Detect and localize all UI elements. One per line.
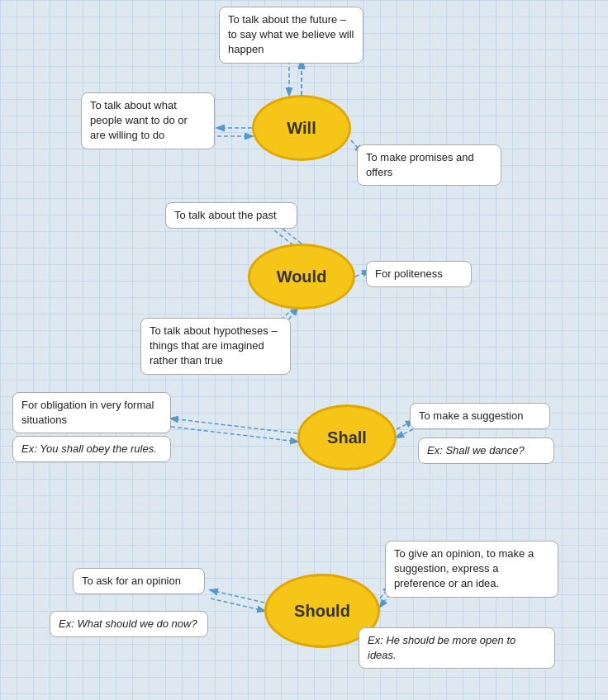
shall-node: Shall (297, 404, 397, 471)
shall-right-bottom-box: Ex: Shall we dance? (418, 438, 554, 464)
shall-right-top-box: To make a suggestion (410, 403, 550, 429)
svg-line-17 (397, 429, 413, 438)
shall-left-top-box: For obligation in very formal situations (12, 392, 171, 433)
would-node: Would (248, 244, 355, 310)
should-left-top-box: To ask for an opinion (73, 568, 205, 594)
will-node: Will (252, 95, 351, 161)
diagram: Will Would Shall Should To talk about th… (0, 0, 608, 700)
svg-line-19 (211, 598, 264, 611)
would-right-box: For politeness (366, 261, 472, 287)
will-right-box: To make promises and offers (357, 144, 501, 186)
should-label: Should (294, 602, 350, 621)
shall-left-bottom-box: Ex: You shall obey the rules. (12, 436, 171, 462)
should-right-top-box: To give an opinion, to make a suggestion… (385, 541, 558, 598)
would-top-box: To talk about the past (165, 202, 297, 229)
should-left-bottom-box: Ex: What should we do now? (50, 611, 208, 637)
will-top-box: To talk about the future – to say what w… (219, 7, 363, 64)
would-label: Would (277, 267, 327, 286)
svg-line-15 (171, 427, 297, 442)
shall-label: Shall (327, 428, 367, 447)
svg-line-14 (171, 419, 297, 433)
svg-line-18 (211, 590, 264, 603)
will-label: Will (287, 119, 316, 138)
would-bottom-box: To talk about hypotheses – things that a… (140, 318, 291, 375)
will-left-box: To talk about what people want to do or … (81, 92, 215, 149)
should-right-bottom-box: Ex: He should be more open to ideas. (359, 627, 555, 669)
